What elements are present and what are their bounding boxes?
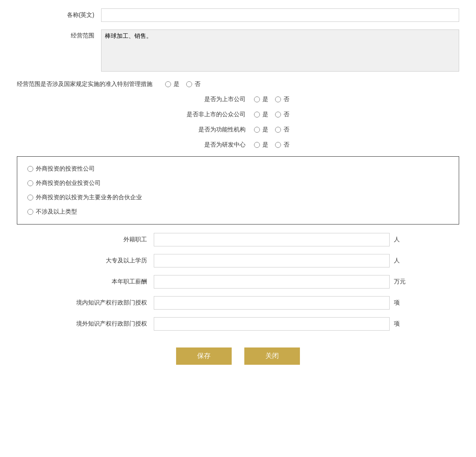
college-degree-row: 大专及以上学历 人 <box>17 254 459 267</box>
save-button[interactable]: 保存 <box>176 347 232 365</box>
college-degree-suffix: 人 <box>394 257 406 265</box>
business-scope-wrapper: 棒球加工、销售。 <box>101 29 459 73</box>
rd-no-label[interactable]: 否 <box>283 141 289 149</box>
functional-no-label[interactable]: 否 <box>283 126 289 134</box>
college-degree-input[interactable] <box>154 254 390 267</box>
listed-company-no[interactable]: 否 <box>275 96 289 103</box>
fi-label-2: 外商投资的以投资为主要业务的合伙企业 <box>36 194 142 201</box>
fi-option-0[interactable]: 外商投资的投资性公司 <box>27 165 449 173</box>
special-mgmt-row: 经营范围是否涉及国家规定实施的准入特别管理措施 是 否 <box>17 80 459 88</box>
foreign-workers-suffix: 人 <box>394 236 406 243</box>
button-row: 保存 关闭 <box>17 347 459 377</box>
rd-center-row: 是否为研发中心 是 否 <box>17 141 459 149</box>
functional-org-row: 是否为功能性机构 是 否 <box>17 126 459 134</box>
rd-center-radios: 是 否 <box>254 141 289 149</box>
annual-salary-input[interactable] <box>154 275 390 289</box>
annual-salary-suffix: 万元 <box>394 278 406 286</box>
foreign-investment-box: 外商投资的投资性公司 外商投资的创业投资公司 外商投资的以投资为主要业务的合伙企… <box>17 156 459 224</box>
listed-company-label: 是否为上市公司 <box>187 96 254 103</box>
fi-option-1[interactable]: 外商投资的创业投资公司 <box>27 179 449 187</box>
non-listed-yes[interactable]: 是 <box>254 111 268 118</box>
foreign-ip-row: 境外知识产权行政部门授权 项 <box>17 317 459 331</box>
fi-label-1: 外商投资的创业投资公司 <box>36 179 101 187</box>
foreign-workers-label: 外籍职工 <box>70 236 154 243</box>
listed-yes-label[interactable]: 是 <box>262 96 268 103</box>
annual-salary-row: 本年职工薪酬 万元 <box>17 275 459 289</box>
functional-org-yes[interactable]: 是 <box>254 126 268 134</box>
listed-company-yes[interactable]: 是 <box>254 96 268 103</box>
non-listed-no[interactable]: 否 <box>275 111 289 118</box>
foreign-ip-suffix: 项 <box>394 320 406 328</box>
business-scope-label: 经营范围 <box>17 29 101 40</box>
fi-option-3[interactable]: 不涉及以上类型 <box>27 208 449 216</box>
fi-option-2[interactable]: 外商投资的以投资为主要业务的合伙企业 <box>27 194 449 201</box>
foreign-ip-input[interactable] <box>154 317 390 331</box>
listed-company-row: 是否为上市公司 是 否 <box>17 96 459 103</box>
foreign-ip-label: 境外知识产权行政部门授权 <box>70 320 154 328</box>
rd-center-no[interactable]: 否 <box>275 141 289 149</box>
functional-yes-label[interactable]: 是 <box>262 126 268 134</box>
functional-org-radios: 是 否 <box>254 126 289 134</box>
college-degree-label: 大专及以上学历 <box>70 257 154 265</box>
annual-salary-label: 本年职工薪酬 <box>70 278 154 286</box>
functional-org-no[interactable]: 否 <box>275 126 289 134</box>
rd-center-yes[interactable]: 是 <box>254 141 268 149</box>
rd-yes-label[interactable]: 是 <box>262 141 268 149</box>
listed-company-radios: 是 否 <box>254 96 289 103</box>
business-scope-row: 经营范围 棒球加工、销售。 <box>17 29 459 73</box>
non-listed-yes-label[interactable]: 是 <box>262 111 268 118</box>
non-listed-public-row: 是否非上市的公众公司 是 否 <box>17 111 459 118</box>
domestic-ip-suffix: 项 <box>394 299 406 307</box>
special-mgmt-no-label[interactable]: 否 <box>195 80 201 88</box>
english-name-input[interactable] <box>101 8 459 22</box>
close-button[interactable]: 关闭 <box>244 347 300 365</box>
special-mgmt-no[interactable]: 否 <box>186 80 201 88</box>
fi-label-0: 外商投资的投资性公司 <box>36 165 95 173</box>
rd-center-label: 是否为研发中心 <box>187 141 254 149</box>
domestic-ip-row: 境内知识产权行政部门授权 项 <box>17 296 459 310</box>
special-mgmt-radios: 是 否 <box>165 80 201 88</box>
english-name-row: 各称(英文) <box>17 8 459 22</box>
non-listed-public-label: 是否非上市的公众公司 <box>187 111 254 118</box>
functional-org-label: 是否为功能性机构 <box>187 126 254 134</box>
foreign-workers-input[interactable] <box>154 233 390 246</box>
foreign-workers-row: 外籍职工 人 <box>17 233 459 246</box>
non-listed-public-radios: 是 否 <box>254 111 289 118</box>
domestic-ip-label: 境内知识产权行政部门授权 <box>70 299 154 307</box>
non-listed-no-label[interactable]: 否 <box>283 111 289 118</box>
special-mgmt-yes-label[interactable]: 是 <box>174 80 179 88</box>
special-mgmt-label: 经营范围是否涉及国家规定实施的准入特别管理措施 <box>17 80 152 88</box>
fi-label-3: 不涉及以上类型 <box>36 208 77 216</box>
business-scope-textarea[interactable]: 棒球加工、销售。 <box>101 29 459 72</box>
english-name-label: 各称(英文) <box>17 11 101 19</box>
domestic-ip-input[interactable] <box>154 296 390 310</box>
listed-no-label[interactable]: 否 <box>283 96 289 103</box>
special-mgmt-yes[interactable]: 是 <box>165 80 179 88</box>
form-container: 各称(英文) 经营范围 棒球加工、销售。 经营范围是否涉及国家规定实施的准入特别… <box>17 8 459 377</box>
